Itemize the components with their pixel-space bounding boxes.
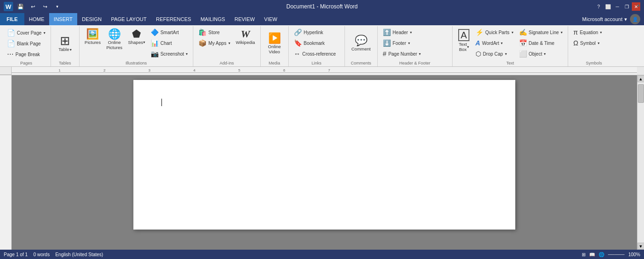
ribbon-group-addins: 🛍️ Store 📦 My Apps ▾ W Wikipedia <box>193 26 261 66</box>
scrollbar-thumb[interactable] <box>638 84 644 103</box>
ruler-scrollbar-placeholder <box>637 67 644 75</box>
page-info: Page 1 of 1 <box>4 252 28 257</box>
ribbon-group-tables: ⊞ Table ▾ Tables <box>51 26 80 66</box>
table-btn[interactable]: ⊞ Table ▾ <box>54 33 76 54</box>
symbol-btn[interactable]: Ω Symbol ▾ <box>571 38 604 48</box>
svg-text:6: 6 <box>283 68 285 72</box>
smartart-btn[interactable]: 🔷 SmartArt <box>148 27 190 37</box>
ruler-corner <box>0 67 12 75</box>
mailings-tab[interactable]: MAILINGS <box>196 13 230 25</box>
page-layout-tab[interactable]: PAGE LAYOUT <box>106 13 151 25</box>
svg-rect-9 <box>0 75 12 250</box>
status-bar: Page 1 of 1 0 words English (United Stat… <box>0 250 644 259</box>
account-label: Microsoft account <box>582 16 622 22</box>
ribbon-group-symbols: π Equation ▾ Ω Symbol ▾ Symbols <box>568 26 620 66</box>
view-web-btn[interactable]: 🌐 <box>599 252 604 257</box>
review-tab[interactable]: REVIEW <box>230 13 259 25</box>
vertical-scrollbar[interactable]: ▲ ▼ <box>637 75 644 250</box>
shapes-btn[interactable]: ⬟ Shapes ▾ <box>125 27 147 46</box>
my-apps-btn[interactable]: 📦 My Apps ▾ <box>196 38 232 48</box>
ribbon-group-links: 🔗 Hyperlink 🔖 Bookmark ↔️ Cross-referenc… <box>289 26 345 66</box>
home-tab[interactable]: HOME <box>24 13 49 25</box>
cover-page-btn[interactable]: 📄 Cover Page ▾ <box>5 28 48 38</box>
store-btn[interactable]: 🛍️ Store <box>196 27 232 37</box>
restore-btn[interactable]: ❐ <box>622 2 631 11</box>
hf-group-label: Header & Footer <box>381 60 449 66</box>
document-area: ▲ ▼ <box>0 75 644 250</box>
account-dropdown-arrow: ▾ <box>624 16 627 22</box>
zoom-slider-label: ───── <box>608 252 624 257</box>
qat-redo[interactable]: ↪ <box>40 2 50 11</box>
text-box-btn[interactable]: A TextBox ▾ <box>455 27 472 54</box>
view-tab[interactable]: VIEW <box>259 13 282 25</box>
word-count: 0 words <box>33 252 50 257</box>
view-print-btn[interactable]: ⊞ <box>582 252 585 257</box>
text-group-label: Text <box>455 60 565 66</box>
qat-customize[interactable]: ▾ <box>52 2 62 11</box>
page-break-btn[interactable]: ⋯ Page Break <box>5 49 42 59</box>
qat-save[interactable]: 💾 <box>16 2 25 11</box>
comments-group-label: Comments <box>348 60 374 66</box>
file-tab[interactable]: FILE <box>0 13 24 25</box>
quick-parts-btn[interactable]: ⚡ Quick Parts ▾ <box>473 27 516 37</box>
help-btn[interactable]: ? <box>594 2 603 11</box>
pages-group-label: Pages <box>5 60 48 66</box>
title-bar: W 💾 ↩ ↪ ▾ Document1 - Microsoft Word ? ⬜… <box>0 0 644 13</box>
hyperlink-btn[interactable]: 🔗 Hyperlink <box>292 27 338 37</box>
ribbon-group-illustrations: 🖼️ Pictures 🌐 OnlinePictures ⬟ Shapes ▾ <box>80 26 193 66</box>
screenshot-btn[interactable]: 📷 Screenshot ▾ <box>148 49 190 59</box>
horizontal-ruler: 123 4567 <box>12 67 637 75</box>
wordart-btn[interactable]: A WordArt ▾ <box>473 38 516 48</box>
word-icon: W <box>4 2 13 11</box>
tables-group-label: Tables <box>54 60 76 66</box>
bookmark-btn[interactable]: 🔖 Bookmark <box>292 38 338 48</box>
doc-scroll-area[interactable] <box>12 75 637 250</box>
date-time-btn[interactable]: 📅 Date & Time <box>517 38 565 48</box>
menu-bar: FILE HOME INSERT DESIGN PAGE LAYOUT REFE… <box>0 13 644 25</box>
addins-group-label: Add-ins <box>196 60 257 66</box>
account-button[interactable]: Microsoft account ▾ <box>582 16 627 22</box>
svg-text:2: 2 <box>103 68 106 72</box>
object-btn[interactable]: ⬜ Object ▾ <box>517 49 565 59</box>
links-group-label: Links <box>292 60 342 66</box>
media-group-label: Media <box>263 60 285 66</box>
svg-text:1: 1 <box>59 68 61 72</box>
ribbon-display-btn[interactable]: ⬜ <box>604 2 612 11</box>
window-title: Document1 - Microsoft Word <box>286 3 358 10</box>
ribbon: 📄 Cover Page ▾ 📄 Blank Page ⋯ Page Break… <box>0 25 644 67</box>
ribbon-collapse-btn[interactable]: ▲ <box>635 1 642 8</box>
blank-page-btn[interactable]: 📄 Blank Page <box>5 38 43 49</box>
header-btn[interactable]: ⬆️ Header ▾ <box>381 27 424 37</box>
page-number-btn[interactable]: # Page Number ▾ <box>381 49 424 59</box>
svg-rect-1 <box>12 72 637 73</box>
references-tab[interactable]: REFERENCES <box>151 13 196 25</box>
footer-btn[interactable]: ⬇️ Footer ▾ <box>381 38 424 48</box>
insert-tab[interactable]: INSERT <box>49 13 77 25</box>
qat-undo[interactable]: ↩ <box>28 2 37 11</box>
view-read-btn[interactable]: 📖 <box>589 252 595 257</box>
language: English (United States) <box>55 252 103 257</box>
online-pictures-btn[interactable]: 🌐 OnlinePictures <box>104 27 124 52</box>
svg-text:7: 7 <box>328 68 330 72</box>
design-tab[interactable]: DESIGN <box>77 13 106 25</box>
online-video-btn[interactable]: ▶️ OnlineVideo <box>266 31 283 56</box>
doc-page <box>133 80 515 230</box>
svg-text:3: 3 <box>148 68 151 72</box>
equation-btn[interactable]: π Equation ▾ <box>571 27 604 37</box>
left-ruler <box>0 75 12 250</box>
comment-btn[interactable]: 💬 Comment <box>349 34 373 53</box>
signature-line-btn[interactable]: ✍️ Signature Line ▾ <box>517 27 565 37</box>
chart-btn[interactable]: 📊 Chart <box>148 38 190 48</box>
ribbon-group-media: ▶️ OnlineVideo Media <box>261 26 289 66</box>
scroll-down-btn[interactable]: ▼ <box>637 243 644 250</box>
scroll-up-btn[interactable]: ▲ <box>637 75 644 82</box>
minimize-btn[interactable]: ─ <box>613 2 622 11</box>
pictures-btn[interactable]: 🖼️ Pictures <box>82 27 103 46</box>
wikipedia-btn[interactable]: W Wikipedia <box>234 27 257 46</box>
scrollbar-track[interactable] <box>637 82 644 243</box>
cross-reference-btn[interactable]: ↔️ Cross-reference <box>292 49 338 59</box>
zoom-level: 100% <box>628 252 640 257</box>
drop-cap-btn[interactable]: ⬡ Drop Cap ▾ <box>473 49 516 59</box>
symbols-group-label: Symbols <box>571 60 617 66</box>
text-cursor <box>161 99 162 106</box>
